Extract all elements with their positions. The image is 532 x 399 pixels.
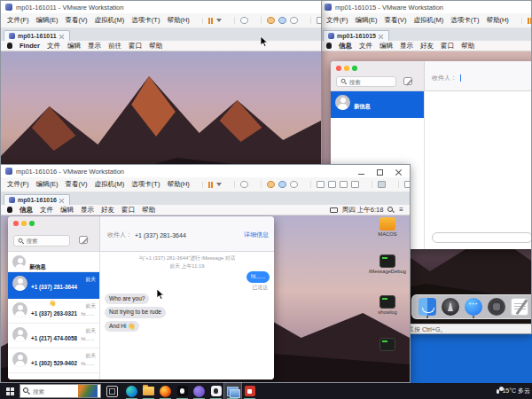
search-input[interactable]	[349, 79, 392, 85]
desktop-icon-imessagedebug[interactable]: iMessageDebug	[368, 254, 407, 274]
search-input[interactable]	[27, 238, 66, 244]
display-settings-button[interactable]	[378, 181, 386, 188]
window-a-titlebar[interactable]: mp01-161011 - VMware Workstation	[1, 1, 321, 13]
mac-menu-help[interactable]: 帮助	[142, 206, 155, 215]
menu-file[interactable]: 文件(F)	[7, 16, 29, 25]
suspend-button[interactable]	[208, 18, 214, 24]
close-traffic-light[interactable]	[13, 221, 19, 226]
chat-pane-c[interactable]: 与“+1 (337) 281-3644”进行 iMessage 对话 前天 上午…	[100, 252, 274, 379]
snapshot-manager-button[interactable]	[290, 181, 298, 188]
menubar-clock[interactable]: 周四 上午6:18	[342, 206, 384, 215]
window-c-titlebar[interactable]: mp01-161016 - VMware Workstation	[1, 165, 410, 177]
finder-dock-icon[interactable]	[419, 298, 436, 316]
snapshot-manager-button[interactable]	[290, 17, 298, 24]
minimize-traffic-light[interactable]	[21, 221, 27, 226]
spotlight-icon[interactable]	[387, 207, 395, 214]
mac-menu-edit[interactable]: 编辑	[60, 206, 74, 215]
maximize-button[interactable]	[377, 169, 383, 176]
minimize-button[interactable]	[358, 174, 364, 175]
conversation-217-474-0058[interactable]: +1 (217) 474-0058 hi...... 前天	[8, 324, 99, 348]
send-cad-button[interactable]	[240, 181, 248, 188]
desktop-icon-partial[interactable]	[368, 338, 407, 351]
revert-snapshot-button[interactable]	[278, 17, 286, 24]
window-b-titlebar[interactable]: mp01-161015 - VMware Workstation	[320, 1, 531, 13]
mac-menu-finder[interactable]: Finder	[20, 42, 40, 50]
menu-tabs[interactable]: 选项卡(T)	[131, 180, 160, 189]
conversation-337-263-0321[interactable]: +1 (337) 263-0321 hi...... 前天	[8, 299, 99, 324]
revert-snapshot-button[interactable]	[278, 181, 286, 188]
menu-view[interactable]: 查看(V)	[385, 16, 407, 25]
unity-button[interactable]	[351, 181, 359, 188]
suspend-dropdown-icon[interactable]	[216, 183, 222, 186]
apple-menu-icon[interactable]	[7, 207, 12, 213]
mac-menu-window[interactable]: 窗口	[129, 42, 142, 51]
menu-view[interactable]: 查看(V)	[66, 180, 88, 189]
taskbar-itunes-dark[interactable]	[174, 383, 191, 399]
search-field[interactable]	[13, 235, 70, 246]
menu-edit[interactable]: 编辑(E)	[356, 16, 378, 25]
start-button[interactable]	[0, 383, 20, 399]
menu-vm[interactable]: 虚拟机(M)	[95, 180, 125, 189]
taskbar-file-explorer[interactable]	[140, 383, 157, 399]
taskbar-edge[interactable]	[123, 383, 140, 399]
take-snapshot-button[interactable]	[267, 181, 275, 188]
imessage-input[interactable]	[432, 232, 531, 243]
mac-menu-messages[interactable]: 信息	[20, 206, 33, 215]
tab-mp01-161016[interactable]: mp01-161016	[4, 194, 70, 205]
menu-edit[interactable]: 编辑(E)	[36, 16, 59, 25]
taskbar-search-input[interactable]	[33, 388, 75, 395]
take-snapshot-button[interactable]	[267, 17, 275, 24]
search-field[interactable]	[336, 76, 396, 87]
menu-file[interactable]: 文件(F)	[7, 180, 29, 189]
search-highlight-image[interactable]	[78, 385, 98, 397]
textedit-dock-icon[interactable]	[511, 298, 528, 316]
menu-help[interactable]: 帮助(H)	[486, 16, 508, 25]
taskbar-firefox[interactable]	[157, 383, 174, 399]
taskbar-red-app[interactable]	[241, 383, 258, 399]
thumbnail-view-button[interactable]	[340, 181, 348, 188]
suspend-dropdown-icon[interactable]	[216, 19, 222, 22]
tab-mp01-161015[interactable]: mp01-161015	[323, 30, 389, 41]
close-traffic-light[interactable]	[336, 66, 341, 71]
mac-menu-buddies[interactable]: 好友	[101, 206, 114, 215]
mac-menu-go[interactable]: 前往	[108, 42, 121, 51]
tab-mp01-161011[interactable]: mp01-161011	[4, 30, 70, 41]
apple-menu-icon[interactable]	[326, 43, 332, 49]
conversation-337-281-3644[interactable]: +1 (337) 281-3644 And Hi 👋 前天	[8, 272, 99, 299]
mac-menu-file[interactable]: 文件	[40, 206, 53, 215]
send-cad-button[interactable]	[240, 17, 248, 24]
desktop-icon-macos[interactable]: MACOS	[368, 217, 407, 237]
mac-menu-window[interactable]: 窗口	[121, 206, 135, 215]
taskbar-itunes-white[interactable]	[207, 383, 224, 399]
minimize-traffic-light[interactable]	[344, 66, 349, 71]
mac-menu-help[interactable]: 帮助	[461, 42, 474, 51]
menu-edit[interactable]: 编辑(E)	[36, 180, 59, 189]
system-preferences-dock-icon[interactable]	[488, 298, 505, 316]
conversation-302-529-9402[interactable]: +1 (302) 529-9402 hi...... 前天	[8, 348, 99, 373]
messages-dock-icon[interactable]	[465, 298, 482, 316]
compose-button[interactable]	[403, 77, 412, 85]
menu-vm[interactable]: 虚拟机(M)	[95, 16, 125, 25]
suspend-button[interactable]	[208, 182, 214, 188]
tab-close-icon[interactable]	[59, 34, 65, 39]
taskbar-vmware-workstation[interactable]	[224, 383, 241, 399]
mac-menu-edit[interactable]: 编辑	[379, 42, 393, 51]
zoom-traffic-light[interactable]	[29, 221, 35, 226]
details-link[interactable]: 详细信息	[244, 231, 269, 239]
zoom-traffic-light[interactable]	[352, 66, 357, 71]
menu-tabs[interactable]: 选项卡(T)	[131, 16, 160, 25]
fullscreen-button[interactable]	[404, 181, 411, 188]
taskbar-weather[interactable]: 15°C 多云	[497, 387, 532, 395]
mac-menu-messages[interactable]: 信息	[339, 42, 352, 51]
mac-menu-file[interactable]: 文件	[359, 42, 372, 51]
apple-menu-icon[interactable]	[7, 43, 12, 49]
task-view-button[interactable]	[106, 386, 118, 397]
notification-center-icon[interactable]: ≡	[399, 207, 403, 214]
mac-menu-show[interactable]: 显示	[88, 42, 101, 51]
to-value[interactable]: +1 (337) 281-3644	[135, 232, 186, 239]
mac-menu-buddies[interactable]: 好友	[420, 42, 434, 51]
taskbar-search-box[interactable]	[20, 384, 101, 398]
mac-menu-edit[interactable]: 编辑	[67, 42, 81, 51]
suspend-button[interactable]	[528, 18, 532, 24]
menu-view[interactable]: 查看(V)	[66, 16, 88, 25]
